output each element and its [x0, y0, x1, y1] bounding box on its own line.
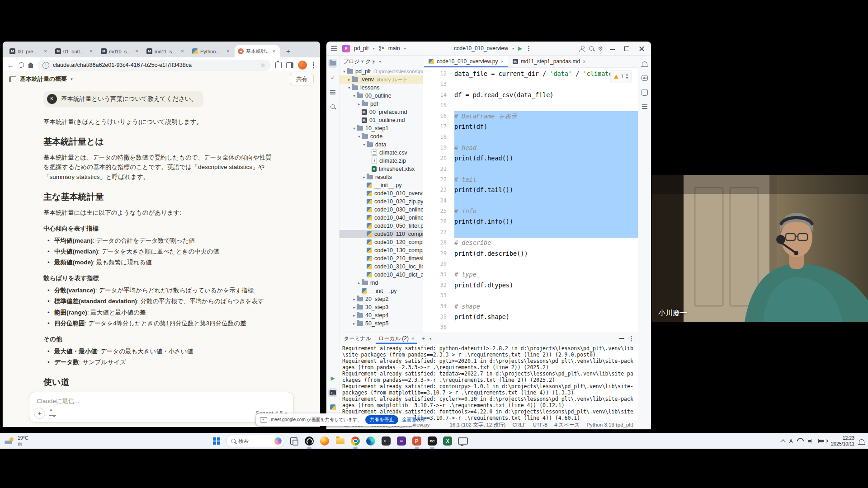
inspections-widget[interactable]: 1 ▲▼: [610, 70, 632, 83]
taskbar-search[interactable]: 検索: [226, 435, 284, 447]
task-view-button[interactable]: [288, 435, 300, 447]
line-number[interactable]: 21: [423, 164, 454, 174]
project-tree-item[interactable]: 50_step5: [340, 319, 423, 328]
project-tool-icon[interactable]: [328, 59, 337, 68]
minimize-button[interactable]: [607, 42, 618, 55]
tree-chevron-icon[interactable]: [362, 175, 367, 179]
tab-close-icon[interactable]: [500, 59, 503, 64]
status-interpreter[interactable]: Python 3.13 (pd_plt): [586, 422, 633, 427]
project-panel-header[interactable]: プロジェクト: [340, 56, 423, 67]
chevron-down-icon[interactable]: [71, 77, 73, 81]
fullscreen-button[interactable]: 全画面表示: [402, 417, 426, 423]
tree-chevron-icon[interactable]: [357, 134, 362, 139]
run-tool-icon[interactable]: [328, 374, 337, 383]
status-encoding[interactable]: UTF-8: [533, 422, 547, 427]
tree-chevron-icon[interactable]: [352, 313, 357, 318]
pycharm-icon[interactable]: [426, 435, 438, 447]
code-editor[interactable]: 12 data_file = current_dir / 'data' / 'c…: [423, 68, 638, 333]
line-number[interactable]: 24: [423, 196, 454, 206]
project-tree-item[interactable]: climate.zip: [340, 157, 423, 165]
obs-studio-icon[interactable]: [303, 435, 315, 447]
back-button[interactable]: ←: [7, 62, 14, 69]
project-tree-item[interactable]: __init__.py: [340, 181, 423, 189]
project-tree-item[interactable]: pd_plt D:\projects\lessons\pd_plt: [340, 67, 423, 75]
line-number[interactable]: 16: [423, 111, 454, 122]
project-tree-item[interactable]: code10_020_zip.py: [340, 197, 423, 206]
tree-chevron-icon[interactable]: [357, 102, 362, 106]
tab-close-icon[interactable]: [88, 48, 94, 54]
tree-chevron-icon[interactable]: [352, 305, 357, 310]
project-tree-item[interactable]: lessons: [340, 84, 423, 92]
side-panel-icon[interactable]: [286, 62, 293, 68]
attach-button[interactable]: [34, 408, 45, 419]
site-info-icon[interactable]: [42, 62, 49, 69]
project-selector[interactable]: pd_plt: [354, 45, 369, 52]
browser-tab[interactable]: 01_outl...: [52, 45, 97, 57]
project-tree-item[interactable]: code10_030_online.py: [340, 206, 423, 214]
project-tree-item[interactable]: code10_130_compare_4_cities_upda: [340, 246, 423, 254]
line-number[interactable]: 15: [423, 100, 454, 111]
search-tool-icon[interactable]: [328, 102, 337, 111]
project-tree-item[interactable]: .venv library ルート: [340, 75, 423, 84]
project-tree-item[interactable]: md: [340, 279, 423, 287]
tab-close-icon[interactable]: [583, 59, 585, 64]
webcam-tile[interactable]: 小川慶一: [652, 175, 868, 322]
close-button[interactable]: [636, 42, 647, 55]
project-tree-item[interactable]: code10_210_timesheet.py: [340, 254, 423, 263]
line-number[interactable]: 17: [423, 122, 454, 132]
tree-chevron-icon[interactable]: [362, 142, 367, 147]
line-number[interactable]: 25: [423, 206, 454, 216]
profile-avatar[interactable]: [298, 61, 307, 70]
python-console-icon[interactable]: [328, 403, 337, 412]
notifications-icon[interactable]: [640, 59, 649, 68]
line-number[interactable]: 12: [423, 69, 454, 79]
commit-tool-icon[interactable]: [328, 73, 337, 82]
display-icon[interactable]: [457, 435, 469, 447]
tree-chevron-icon[interactable]: [357, 281, 362, 285]
line-number[interactable]: 35: [423, 312, 454, 322]
battery-icon[interactable]: [818, 439, 826, 443]
chat-input[interactable]: Claudeに返信... Sonnet 4.5: [29, 392, 294, 422]
line-number[interactable]: 18: [423, 132, 454, 142]
browser-tab[interactable]: 基本統計...: [235, 45, 280, 57]
volume-icon[interactable]: [808, 438, 814, 444]
project-tree-item[interactable]: 20_step2: [340, 295, 423, 303]
project-tree-item[interactable]: code: [340, 132, 423, 141]
project-tree-item[interactable]: 01_outline.md: [340, 116, 423, 124]
line-number[interactable]: 33: [423, 291, 454, 301]
firefox-icon[interactable]: [319, 435, 330, 447]
tab-close-icon[interactable]: [411, 336, 414, 341]
project-tree-item[interactable]: code10_310_loc_iloc.py: [340, 263, 423, 271]
line-number[interactable]: 23: [423, 185, 454, 195]
project-tree-item[interactable]: code10_010_overview.py: [340, 189, 423, 197]
prev-next-icons[interactable]: ▲▼: [626, 73, 628, 80]
tools-icon[interactable]: [49, 411, 56, 416]
home-button[interactable]: [28, 65, 33, 68]
address-bar[interactable]: claude.ai/chat/86a62e01-93c4-4167-b25c-e…: [38, 60, 271, 71]
powerpoint-icon[interactable]: [411, 435, 423, 447]
terminal-icon[interactable]: [380, 435, 392, 447]
visual-studio-icon[interactable]: [396, 435, 407, 447]
project-tree-item[interactable]: code10_040_online_zip.py: [340, 214, 423, 222]
gradle-tool-icon[interactable]: [640, 102, 649, 111]
notifications-bell-icon[interactable]: [859, 439, 864, 444]
tab-close-icon[interactable]: [271, 48, 277, 54]
structure-tool-icon[interactable]: [328, 88, 337, 97]
wifi-icon[interactable]: [796, 436, 805, 446]
extensions-icon[interactable]: [275, 62, 282, 68]
settings-gear-icon[interactable]: [598, 45, 603, 52]
tab-close-icon[interactable]: [42, 48, 48, 54]
tree-chevron-icon[interactable]: [352, 321, 357, 326]
browser-menu-button[interactable]: [313, 64, 315, 66]
branch-selector[interactable]: main: [388, 45, 400, 52]
hide-panel-button[interactable]: [619, 338, 624, 339]
tree-chevron-icon[interactable]: [352, 297, 357, 301]
maximize-button[interactable]: [622, 42, 632, 55]
ime-indicator[interactable]: A: [789, 438, 793, 444]
project-tree-item[interactable]: climate.csv: [340, 149, 423, 157]
weather-widget[interactable]: 19°C 雨: [5, 435, 28, 447]
project-tree-item[interactable]: code10_110_compare_2_cities.py: [340, 230, 423, 238]
more-actions-icon[interactable]: [528, 48, 529, 49]
stop-sharing-button[interactable]: 共有を停止: [365, 415, 398, 424]
project-tree-item[interactable]: code10_050_filter.py: [340, 222, 423, 230]
